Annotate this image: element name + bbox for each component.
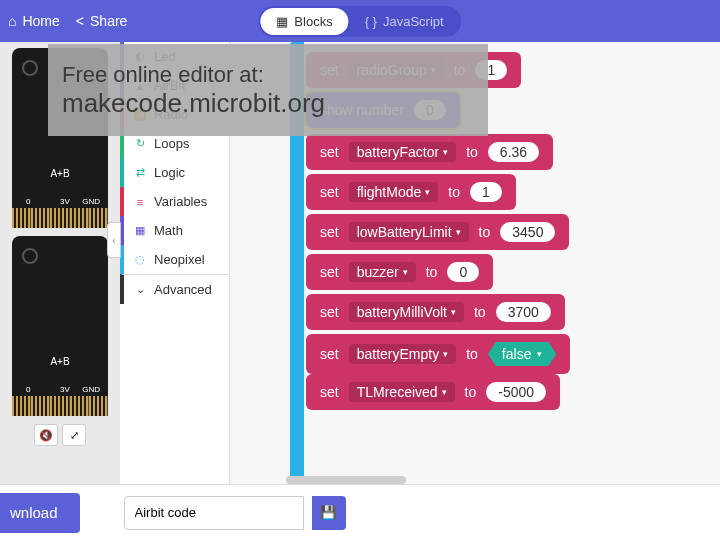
set-keyword: set	[320, 144, 339, 160]
project-name-input[interactable]	[124, 496, 304, 530]
toolbox-label: Neopixel	[154, 252, 205, 267]
javascript-tab[interactable]: { } JavaScript	[349, 8, 460, 35]
toolbox-label: Advanced	[154, 282, 212, 297]
toolbox-item-logic[interactable]: ⇄Logic	[120, 158, 229, 187]
toolbox-collapse-button[interactable]: ‹	[107, 222, 121, 258]
value-oval[interactable]: 1	[470, 182, 502, 202]
overlay-line2: makecode.microbit.org	[62, 88, 488, 119]
pin-3v-label: 3V	[60, 385, 70, 394]
home-button[interactable]: ⌂ Home	[8, 13, 60, 29]
set-variable-block[interactable]: setflightMode ▾to1	[306, 174, 516, 210]
chevron-left-icon: ‹	[112, 235, 115, 246]
toolbox-item-variables[interactable]: ≡Variables	[120, 187, 229, 216]
toolbox-item-neopixel[interactable]: ◌Neopixel	[120, 245, 229, 274]
set-variable-block[interactable]: setbatteryEmpty ▾tofalse ▾	[306, 334, 570, 374]
chevron-down-icon: ▾	[403, 267, 408, 277]
top-bar: ⌂ Home < Share ▦ Blocks { } JavaScript	[0, 0, 720, 42]
share-icon: <	[76, 13, 84, 29]
fullscreen-icon: ⤢	[70, 429, 79, 442]
logic-icon: ⇄	[134, 167, 146, 179]
variable-dropdown[interactable]: TLMreceived ▾	[349, 382, 455, 402]
chevron-down-icon: ▾	[425, 187, 430, 197]
variable-dropdown[interactable]: batteryFactor ▾	[349, 142, 456, 162]
toolbox-label: Math	[154, 223, 183, 238]
loops-icon: ↻	[134, 138, 146, 150]
pin-0-label: 0	[26, 385, 30, 394]
variable-dropdown[interactable]: batteryEmpty ▾	[349, 344, 456, 364]
toolbox-label: Logic	[154, 165, 185, 180]
to-keyword: to	[465, 384, 477, 400]
variables-icon: ≡	[134, 196, 146, 208]
boolean-value[interactable]: false ▾	[488, 342, 557, 366]
set-keyword: set	[320, 346, 339, 362]
speaker-icon: 🔇	[39, 429, 53, 442]
to-keyword: to	[466, 346, 478, 362]
share-button[interactable]: < Share	[76, 13, 128, 29]
neopixel-icon: ◌	[134, 254, 146, 266]
variable-dropdown[interactable]: lowBatteryLimit ▾	[349, 222, 469, 242]
sim-controls: 🔇 ⤢	[34, 424, 86, 446]
variable-dropdown[interactable]: flightMode ▾	[349, 182, 439, 202]
set-variable-block[interactable]: setlowBatteryLimit ▾to3450	[306, 214, 569, 250]
ab-button-label: A+B	[50, 356, 69, 367]
home-label: Home	[22, 13, 59, 29]
value-oval[interactable]: 0	[447, 262, 479, 282]
value-oval[interactable]: 3450	[500, 222, 555, 242]
set-keyword: set	[320, 384, 339, 400]
blocks-tab[interactable]: ▦ Blocks	[260, 8, 348, 35]
board-hole-icon	[22, 60, 38, 76]
overlay-line1: Free online editor at:	[62, 62, 488, 88]
set-variable-block[interactable]: setbatteryMilliVolt ▾to3700	[306, 294, 565, 330]
chevron-down-icon: ▾	[537, 349, 542, 359]
toolbox-item-advanced[interactable]: ⌄Advanced	[120, 274, 229, 304]
fullscreen-button[interactable]: ⤢	[62, 424, 86, 446]
chevron-down-icon: ▾	[456, 227, 461, 237]
set-keyword: set	[320, 224, 339, 240]
value-oval[interactable]: 6.36	[488, 142, 539, 162]
pin-gnd-label: GND	[82, 385, 100, 394]
to-keyword: to	[426, 264, 438, 280]
set-keyword: set	[320, 304, 339, 320]
to-keyword: to	[474, 304, 486, 320]
to-keyword: to	[448, 184, 460, 200]
toolbox-label: Variables	[154, 194, 207, 209]
microbit-simulator-secondary[interactable]: A+B 0 3V GND	[12, 236, 108, 416]
blocks-label: Blocks	[294, 14, 332, 29]
math-icon: ▦	[134, 225, 146, 237]
save-button[interactable]: 💾	[312, 496, 346, 530]
save-icon: 💾	[320, 505, 337, 520]
pin-3v-label: 3V	[60, 197, 70, 206]
js-label: JavaScript	[383, 14, 444, 29]
set-variable-block[interactable]: setbatteryFactor ▾to6.36	[306, 134, 553, 170]
value-oval[interactable]: 3700	[496, 302, 551, 322]
variable-dropdown[interactable]: buzzer ▾	[349, 262, 416, 282]
home-icon: ⌂	[8, 13, 16, 29]
promo-overlay: Free online editor at: makecode.microbit…	[48, 44, 488, 136]
pin-strip	[12, 396, 108, 416]
pin-strip	[12, 208, 108, 228]
horizontal-scrollbar[interactable]	[286, 476, 406, 484]
pin-0-label: 0	[26, 197, 30, 206]
pin-gnd-label: GND	[82, 197, 100, 206]
variable-dropdown[interactable]: batteryMilliVolt ▾	[349, 302, 464, 322]
set-variable-block[interactable]: setTLMreceived ▾to-5000	[306, 374, 560, 410]
download-button[interactable]: wnload	[0, 493, 80, 533]
board-hole-icon	[22, 248, 38, 264]
set-variable-block[interactable]: setbuzzer ▾to0	[306, 254, 493, 290]
js-icon: { }	[365, 14, 377, 29]
chevron-down-icon: ▾	[451, 307, 456, 317]
ab-button-label: A+B	[50, 168, 69, 179]
value-oval[interactable]: -5000	[486, 382, 546, 402]
blocks-icon: ▦	[276, 14, 288, 29]
toolbox-label: Loops	[154, 136, 189, 151]
share-label: Share	[90, 13, 127, 29]
set-keyword: set	[320, 264, 339, 280]
chevron-down-icon: ▾	[443, 147, 448, 157]
set-keyword: set	[320, 184, 339, 200]
editor-toggle: ▦ Blocks { } JavaScript	[258, 6, 461, 37]
chevron-down-icon: ▾	[443, 349, 448, 359]
mute-button[interactable]: 🔇	[34, 424, 58, 446]
footer-bar: wnload 💾	[0, 484, 720, 540]
toolbox-item-math[interactable]: ▦Math	[120, 216, 229, 245]
chevron-down-icon: ▾	[442, 387, 447, 397]
